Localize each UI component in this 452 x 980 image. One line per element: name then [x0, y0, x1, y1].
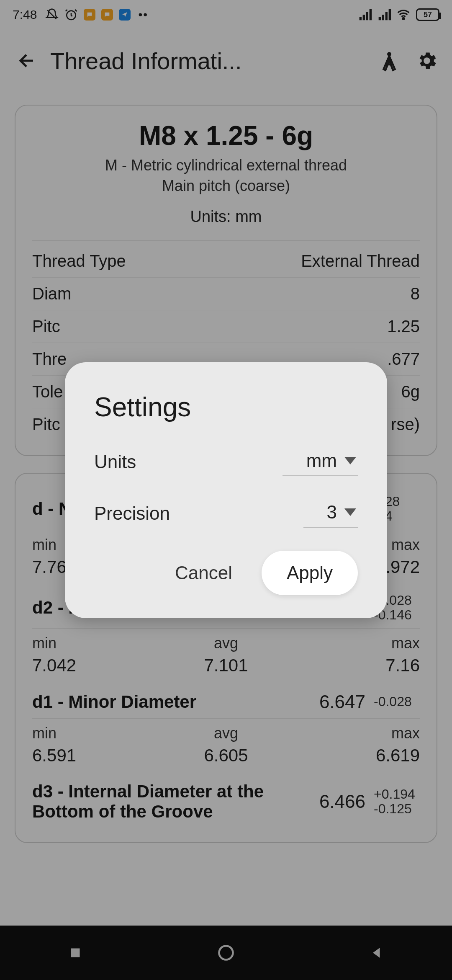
- modal-overlay[interactable]: Settings Units mm Precision 3 Cancel App…: [0, 0, 452, 980]
- settings-dialog: Settings Units mm Precision 3 Cancel App…: [65, 362, 387, 618]
- precision-field: Precision 3: [94, 499, 358, 528]
- dropdown-icon: [344, 508, 356, 516]
- precision-select[interactable]: 3: [303, 499, 358, 528]
- units-select[interactable]: mm: [282, 448, 358, 476]
- units-label: Units: [94, 451, 136, 472]
- dialog-title: Settings: [94, 392, 358, 423]
- cancel-button[interactable]: Cancel: [162, 554, 245, 592]
- apply-button[interactable]: Apply: [262, 551, 358, 595]
- dropdown-icon: [344, 457, 356, 464]
- units-field: Units mm: [94, 448, 358, 476]
- precision-label: Precision: [94, 503, 170, 524]
